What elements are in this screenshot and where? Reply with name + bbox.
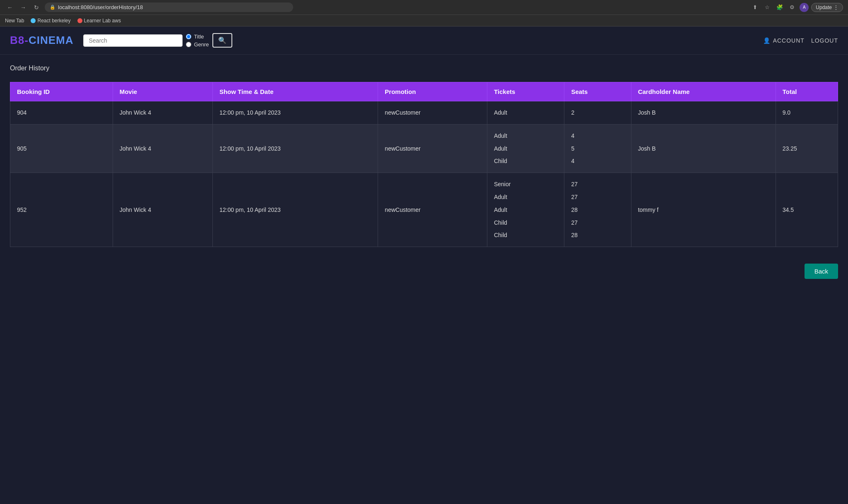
url-bar[interactable]: 🔒 localhost:8080/user/orderHistory/18 bbox=[45, 2, 293, 12]
col-promotion: Promotion bbox=[378, 82, 487, 101]
cell-cardholder: Josh B bbox=[631, 124, 776, 173]
browser-actions: ⬆ ☆ 🧩 ⚙ A Update ⋮ bbox=[750, 2, 843, 12]
order-table: Booking ID Movie Show Time & Date Promot… bbox=[10, 82, 838, 247]
col-cardholder: Cardholder Name bbox=[631, 82, 776, 101]
radio-group: Title Genre bbox=[186, 34, 209, 48]
radio-title-input[interactable] bbox=[186, 34, 191, 39]
table-row: 904 John Wick 4 12:00 pm, 10 April 2023 … bbox=[10, 101, 838, 125]
cell-seats: 2727282728 bbox=[564, 173, 631, 247]
url-text: localhost:8080/user/orderHistory/18 bbox=[58, 4, 143, 10]
bookmark-aws-label: Learner Lab aws bbox=[84, 18, 121, 24]
share-icon[interactable]: ⬆ bbox=[750, 2, 760, 12]
back-btn-container: Back bbox=[0, 257, 848, 286]
cell-total: 9.0 bbox=[776, 101, 838, 125]
cell-total: 34.5 bbox=[776, 173, 838, 247]
cell-movie: John Wick 4 bbox=[113, 173, 212, 247]
cell-movie: John Wick 4 bbox=[113, 101, 212, 125]
cell-promotion: newCustomer bbox=[378, 101, 487, 125]
bookmarks-bar: New Tab React berkeley Learner Lab aws bbox=[0, 15, 848, 26]
cell-seats: 454 bbox=[564, 124, 631, 173]
bookmark-newtab-label: New Tab bbox=[5, 18, 24, 24]
cell-seats: 2 bbox=[564, 101, 631, 125]
bookmark-aws[interactable]: Learner Lab aws bbox=[77, 18, 121, 24]
cell-tickets: SeniorAdultAdultChildChild bbox=[487, 173, 564, 247]
cell-promotion: newCustomer bbox=[378, 173, 487, 247]
logo-cinema: CINEMA bbox=[29, 34, 74, 46]
menu-dots-icon: ⋮ bbox=[834, 5, 838, 10]
cell-cardholder: tommy f bbox=[631, 173, 776, 247]
bookmark-react[interactable]: React berkeley bbox=[31, 18, 70, 24]
forward-nav-button[interactable]: → bbox=[18, 2, 28, 12]
update-button[interactable]: Update ⋮ bbox=[811, 3, 843, 12]
cell-booking-id: 952 bbox=[10, 173, 113, 247]
search-icon: 🔍 bbox=[218, 36, 226, 44]
col-seats: Seats bbox=[564, 82, 631, 101]
col-total: Total bbox=[776, 82, 838, 101]
radio-genre-input[interactable] bbox=[186, 42, 191, 47]
col-tickets: Tickets bbox=[487, 82, 564, 101]
search-button[interactable]: 🔍 bbox=[212, 33, 232, 48]
col-showtime: Show Time & Date bbox=[212, 82, 378, 101]
table-row: 905 John Wick 4 12:00 pm, 10 April 2023 … bbox=[10, 124, 838, 173]
lock-icon: 🔒 bbox=[50, 5, 55, 10]
app-header: B8-CINEMA Title Genre 🔍 👤 ACCOUNT LOGOUT bbox=[0, 26, 848, 55]
settings-icon[interactable]: ⚙ bbox=[787, 2, 797, 12]
radio-title-label: Title bbox=[194, 34, 204, 40]
table-header-row: Booking ID Movie Show Time & Date Promot… bbox=[10, 82, 838, 101]
page-title: Order History bbox=[10, 65, 838, 72]
table-row: 952 John Wick 4 12:00 pm, 10 April 2023 … bbox=[10, 173, 838, 247]
cell-cardholder: Josh B bbox=[631, 101, 776, 125]
cell-movie: John Wick 4 bbox=[113, 124, 212, 173]
search-container: Title Genre 🔍 bbox=[83, 33, 232, 48]
cell-showtime: 12:00 pm, 10 April 2023 bbox=[212, 124, 378, 173]
logout-link[interactable]: LOGOUT bbox=[811, 37, 838, 44]
bookmark-newtab[interactable]: New Tab bbox=[5, 18, 24, 24]
radio-title-option[interactable]: Title bbox=[186, 34, 209, 40]
cell-promotion: newCustomer bbox=[378, 124, 487, 173]
browser-chrome: ← → ↻ 🔒 localhost:8080/user/orderHistory… bbox=[0, 0, 848, 15]
refresh-button[interactable]: ↻ bbox=[31, 2, 41, 12]
cell-showtime: 12:00 pm, 10 April 2023 bbox=[212, 173, 378, 247]
account-label: ACCOUNT bbox=[773, 37, 805, 44]
cell-tickets: AdultAdultChild bbox=[487, 124, 564, 173]
cell-booking-id: 905 bbox=[10, 124, 113, 173]
bookmark-aws-icon bbox=[77, 18, 82, 23]
radio-genre-option[interactable]: Genre bbox=[186, 41, 209, 48]
main-content: Order History Booking ID Movie Show Time… bbox=[0, 55, 848, 257]
bookmark-react-label: React berkeley bbox=[37, 18, 70, 24]
bookmark-react-icon bbox=[31, 18, 36, 23]
logo[interactable]: B8-CINEMA bbox=[10, 34, 73, 47]
user-icon: 👤 bbox=[763, 37, 771, 44]
cell-booking-id: 904 bbox=[10, 101, 113, 125]
extensions-icon[interactable]: 🧩 bbox=[775, 2, 785, 12]
back-button[interactable]: Back bbox=[805, 264, 838, 279]
col-booking-id: Booking ID bbox=[10, 82, 113, 101]
cell-total: 23.25 bbox=[776, 124, 838, 173]
profile-avatar[interactable]: A bbox=[800, 3, 809, 12]
radio-genre-label: Genre bbox=[194, 41, 209, 48]
update-label: Update bbox=[816, 5, 832, 10]
account-link[interactable]: 👤 ACCOUNT bbox=[763, 37, 805, 44]
cell-showtime: 12:00 pm, 10 April 2023 bbox=[212, 101, 378, 125]
col-movie: Movie bbox=[113, 82, 212, 101]
logo-b8: B8- bbox=[10, 34, 29, 46]
star-icon[interactable]: ☆ bbox=[762, 2, 772, 12]
header-right: 👤 ACCOUNT LOGOUT bbox=[763, 37, 838, 44]
back-nav-button[interactable]: ← bbox=[5, 2, 15, 12]
cell-tickets: Adult bbox=[487, 101, 564, 125]
search-input[interactable] bbox=[83, 34, 183, 47]
